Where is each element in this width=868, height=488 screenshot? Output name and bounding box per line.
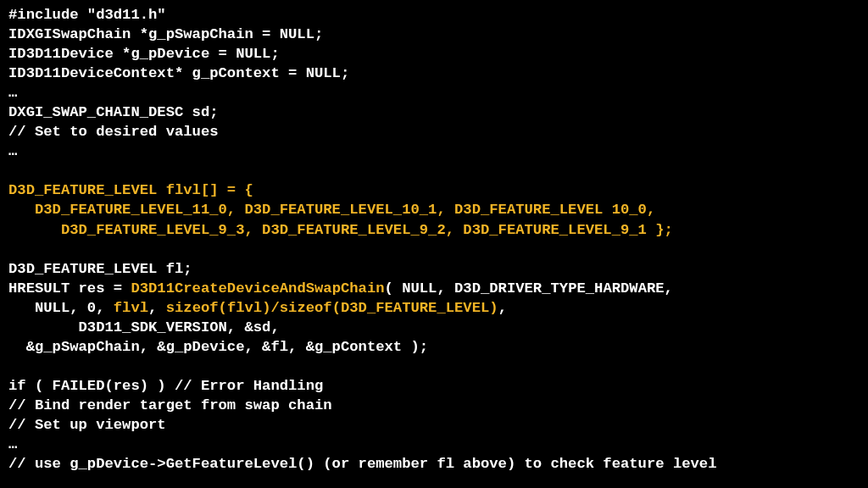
code-line: D3D_FEATURE_LEVEL fl; (8, 261, 192, 277)
code-line: NULL, 0, flvl, sizeof(flvl)/sizeof(D3D_F… (8, 300, 507, 316)
code-line: D3D_FEATURE_LEVEL_11_0, D3D_FEATURE_LEVE… (8, 202, 655, 218)
code-line: // use g_pDevice->GetFeatureLevel() (or … (8, 456, 716, 472)
code-line: // Set to desired values (8, 124, 219, 140)
code-line: // Bind render target from swap chain (8, 397, 332, 413)
code-line: HRESULT res = D3D11CreateDeviceAndSwapCh… (8, 280, 673, 297)
code-line: DXGI_SWAP_CHAIN_DESC sd; (8, 104, 219, 120)
code-line: // Set up viewport (8, 417, 166, 433)
code-line: IDXGISwapChain *g_pSwapChain = NULL; (8, 26, 323, 42)
code-line: D3D_FEATURE_LEVEL flvl[] = { (8, 182, 253, 198)
code-line: ID3D11Device *g_pDevice = NULL; (8, 46, 280, 62)
code-line: … (8, 436, 17, 452)
code-line: … (8, 85, 17, 101)
code-line: #include "d3d11.h" (8, 7, 166, 23)
code-block: #include "d3d11.h" IDXGISwapChain *g_pSw… (0, 0, 868, 482)
code-line: … (8, 143, 17, 159)
code-line: if ( FAILED(res) ) // Error Handling (8, 378, 323, 394)
code-line: ID3D11DeviceContext* g_pContext = NULL; (8, 65, 349, 81)
code-line: D3D_FEATURE_LEVEL_9_3, D3D_FEATURE_LEVEL… (8, 222, 673, 238)
code-line: D3D11_SDK_VERSION, &sd, (8, 319, 280, 336)
code-line: &g_pSwapChain, &g_pDevice, &fl, &g_pCont… (8, 339, 428, 355)
